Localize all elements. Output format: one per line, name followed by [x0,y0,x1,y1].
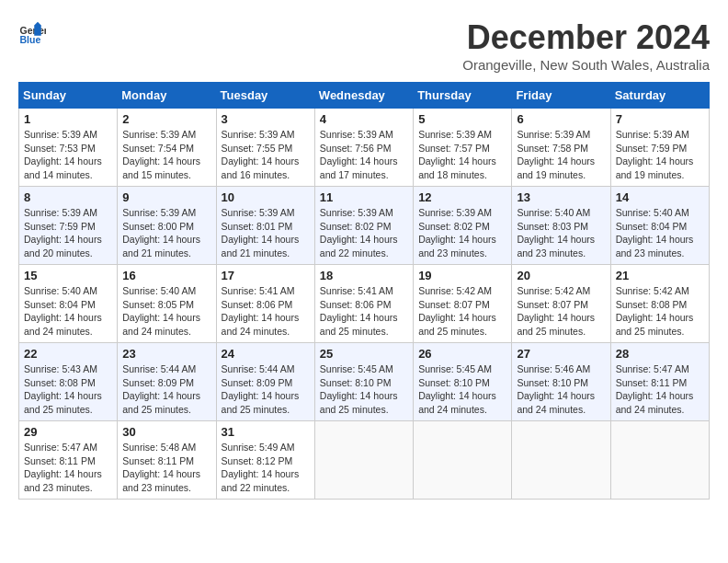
day-number: 27 [517,347,605,361]
day-number: 30 [122,425,210,439]
day-number: 31 [222,425,310,439]
day-number: 2 [122,112,210,126]
calendar-cell: 19Sunrise: 5:42 AMSunset: 8:07 PMDayligh… [414,265,512,343]
calendar-week-row: 22Sunrise: 5:43 AMSunset: 8:08 PMDayligh… [19,343,710,421]
calendar-header-row: SundayMondayTuesdayWednesdayThursdayFrid… [19,83,710,109]
calendar-cell: 16Sunrise: 5:40 AMSunset: 8:05 PMDayligh… [118,265,216,343]
day-info: Sunrise: 5:40 AMSunset: 8:04 PMDaylight:… [616,206,704,260]
column-header-thursday: Thursday [414,83,512,109]
calendar-cell: 18Sunrise: 5:41 AMSunset: 8:06 PMDayligh… [314,265,413,343]
calendar-cell: 20Sunrise: 5:42 AMSunset: 8:07 PMDayligh… [512,265,610,343]
day-number: 18 [320,269,408,282]
day-number: 23 [122,347,210,361]
day-info: Sunrise: 5:41 AMSunset: 8:06 PMDaylight:… [222,284,310,339]
calendar-cell [414,421,512,500]
calendar-week-row: 29Sunrise: 5:47 AMSunset: 8:11 PMDayligh… [19,421,710,500]
day-number: 1 [24,112,112,126]
calendar-cell: 10Sunrise: 5:39 AMSunset: 8:01 PMDayligh… [216,187,314,265]
day-number: 15 [24,269,112,282]
calendar-week-row: 8Sunrise: 5:39 AMSunset: 7:59 PMDaylight… [19,187,710,265]
day-number: 16 [122,269,210,282]
calendar-week-row: 1Sunrise: 5:39 AMSunset: 7:53 PMDaylight… [19,109,710,187]
column-header-wednesday: Wednesday [314,83,413,109]
calendar-cell: 29Sunrise: 5:47 AMSunset: 8:11 PMDayligh… [19,421,118,500]
day-number: 12 [418,190,506,204]
day-info: Sunrise: 5:47 AMSunset: 8:11 PMDaylight:… [24,441,112,495]
calendar-cell: 24Sunrise: 5:44 AMSunset: 8:09 PMDayligh… [216,343,314,421]
day-info: Sunrise: 5:42 AMSunset: 8:08 PMDaylight:… [616,284,704,339]
calendar-cell: 27Sunrise: 5:46 AMSunset: 8:10 PMDayligh… [512,343,610,421]
column-header-tuesday: Tuesday [216,83,314,109]
day-info: Sunrise: 5:42 AMSunset: 8:07 PMDaylight:… [418,284,506,339]
logo: General Blue [18,18,50,46]
day-info: Sunrise: 5:48 AMSunset: 8:11 PMDaylight:… [122,441,210,495]
calendar-cell: 11Sunrise: 5:39 AMSunset: 8:02 PMDayligh… [314,187,413,265]
calendar-cell: 9Sunrise: 5:39 AMSunset: 8:00 PMDaylight… [118,187,216,265]
day-number: 4 [320,112,408,126]
day-info: Sunrise: 5:40 AMSunset: 8:03 PMDaylight:… [517,206,605,260]
day-info: Sunrise: 5:43 AMSunset: 8:08 PMDaylight:… [24,362,112,417]
day-info: Sunrise: 5:41 AMSunset: 8:06 PMDaylight:… [320,284,408,339]
day-number: 11 [320,190,408,204]
calendar-table: SundayMondayTuesdayWednesdayThursdayFrid… [18,82,710,500]
day-number: 26 [418,347,506,361]
day-number: 20 [517,269,605,282]
day-info: Sunrise: 5:39 AMSunset: 8:00 PMDaylight:… [122,206,210,260]
day-number: 8 [24,190,112,204]
calendar-cell: 22Sunrise: 5:43 AMSunset: 8:08 PMDayligh… [19,343,118,421]
day-info: Sunrise: 5:44 AMSunset: 8:09 PMDaylight:… [122,362,210,417]
svg-text:Blue: Blue [20,34,41,45]
calendar-cell: 17Sunrise: 5:41 AMSunset: 8:06 PMDayligh… [216,265,314,343]
day-info: Sunrise: 5:45 AMSunset: 8:10 PMDaylight:… [320,362,408,417]
day-info: Sunrise: 5:49 AMSunset: 8:12 PMDaylight:… [222,441,310,495]
day-number: 28 [616,347,704,361]
calendar-cell: 2Sunrise: 5:39 AMSunset: 7:54 PMDaylight… [118,109,216,187]
day-number: 29 [24,425,112,439]
calendar-cell: 6Sunrise: 5:39 AMSunset: 7:58 PMDaylight… [512,109,610,187]
calendar-cell: 1Sunrise: 5:39 AMSunset: 7:53 PMDaylight… [19,109,118,187]
calendar-cell: 3Sunrise: 5:39 AMSunset: 7:55 PMDaylight… [216,109,314,187]
day-number: 5 [418,112,506,126]
calendar-cell: 4Sunrise: 5:39 AMSunset: 7:56 PMDaylight… [314,109,413,187]
day-number: 21 [616,269,704,282]
day-number: 25 [320,347,408,361]
day-number: 10 [222,190,310,204]
day-number: 19 [418,269,506,282]
day-info: Sunrise: 5:39 AMSunset: 7:55 PMDaylight:… [222,128,310,182]
day-info: Sunrise: 5:39 AMSunset: 7:54 PMDaylight:… [122,128,210,182]
day-number: 22 [24,347,112,361]
month-title: December 2024 [462,18,710,57]
day-info: Sunrise: 5:39 AMSunset: 7:59 PMDaylight:… [616,128,704,182]
day-info: Sunrise: 5:45 AMSunset: 8:10 PMDaylight:… [418,362,506,417]
calendar-cell: 25Sunrise: 5:45 AMSunset: 8:10 PMDayligh… [314,343,413,421]
day-info: Sunrise: 5:40 AMSunset: 8:05 PMDaylight:… [122,284,210,339]
calendar-cell: 26Sunrise: 5:45 AMSunset: 8:10 PMDayligh… [414,343,512,421]
day-number: 3 [222,112,310,126]
day-number: 6 [517,112,605,126]
calendar-cell [610,421,709,500]
day-info: Sunrise: 5:44 AMSunset: 8:09 PMDaylight:… [222,362,310,417]
day-number: 24 [222,347,310,361]
page-header: General Blue December 2024 Orangeville, … [18,18,710,73]
column-header-saturday: Saturday [610,83,709,109]
calendar-cell: 13Sunrise: 5:40 AMSunset: 8:03 PMDayligh… [512,187,610,265]
day-info: Sunrise: 5:39 AMSunset: 8:02 PMDaylight:… [320,206,408,260]
calendar-cell [512,421,610,500]
calendar-cell: 23Sunrise: 5:44 AMSunset: 8:09 PMDayligh… [118,343,216,421]
day-info: Sunrise: 5:39 AMSunset: 8:02 PMDaylight:… [418,206,506,260]
calendar-cell: 7Sunrise: 5:39 AMSunset: 7:59 PMDaylight… [610,109,709,187]
calendar-cell: 12Sunrise: 5:39 AMSunset: 8:02 PMDayligh… [414,187,512,265]
calendar-cell: 8Sunrise: 5:39 AMSunset: 7:59 PMDaylight… [19,187,118,265]
day-info: Sunrise: 5:46 AMSunset: 8:10 PMDaylight:… [517,362,605,417]
day-info: Sunrise: 5:40 AMSunset: 8:04 PMDaylight:… [24,284,112,339]
day-info: Sunrise: 5:39 AMSunset: 7:53 PMDaylight:… [24,128,112,182]
day-number: 13 [517,190,605,204]
calendar-cell: 21Sunrise: 5:42 AMSunset: 8:08 PMDayligh… [610,265,709,343]
column-header-sunday: Sunday [19,83,118,109]
calendar-cell: 31Sunrise: 5:49 AMSunset: 8:12 PMDayligh… [216,421,314,500]
calendar-cell: 28Sunrise: 5:47 AMSunset: 8:11 PMDayligh… [610,343,709,421]
calendar-cell: 15Sunrise: 5:40 AMSunset: 8:04 PMDayligh… [19,265,118,343]
calendar-cell: 14Sunrise: 5:40 AMSunset: 8:04 PMDayligh… [610,187,709,265]
day-number: 14 [616,190,704,204]
calendar-week-row: 15Sunrise: 5:40 AMSunset: 8:04 PMDayligh… [19,265,710,343]
